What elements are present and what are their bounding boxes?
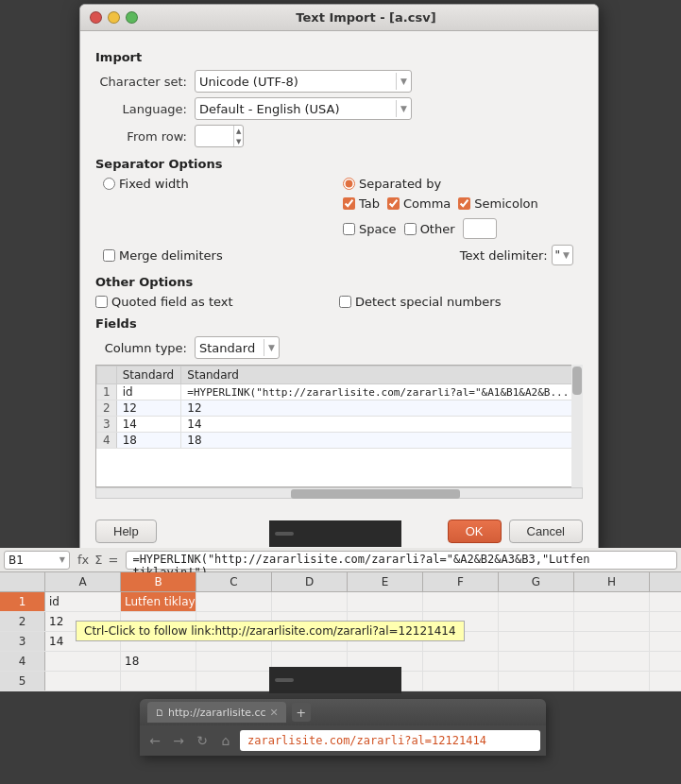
from-row-input[interactable]: 1 (196, 129, 233, 144)
cell-A5[interactable] (45, 672, 121, 690)
cell-G4[interactable] (499, 652, 574, 671)
close-button[interactable] (90, 11, 102, 24)
cell-I2[interactable] (650, 612, 681, 631)
space-check-label[interactable]: Space (343, 222, 397, 236)
separated-by-radio[interactable] (343, 178, 355, 190)
cell-A4[interactable] (45, 652, 121, 671)
dialog-titlebar: Text Import - [a.csv] (80, 5, 598, 31)
cancel-button[interactable]: Cancel (509, 520, 583, 543)
cell-F5[interactable] (423, 672, 499, 690)
browser-tab-label: http://zararlisite.cc (168, 707, 266, 719)
home-icon: ⌂ (222, 733, 230, 748)
sep-checkboxes-area: Tab Comma Semicolon Space (343, 196, 583, 239)
other-check-label[interactable]: Other (404, 222, 455, 236)
sep-checkbox-row: Tab Comma Semicolon Space (103, 196, 583, 239)
cell-H3[interactable] (574, 632, 650, 651)
back-icon: ← (149, 733, 161, 748)
other-char-input[interactable] (463, 218, 497, 239)
cell-G2[interactable] (499, 612, 574, 631)
formula-bar: B1 ▼ fx Σ = =HYPERLINK("http://zararlisi… (0, 548, 681, 572)
cell-H1[interactable] (574, 592, 650, 611)
charset-select[interactable]: Unicode (UTF-8) ▼ (195, 70, 412, 93)
preview-scrollbar-track[interactable] (571, 365, 583, 499)
language-select[interactable]: Default - English (USA) ▼ (195, 97, 412, 120)
comma-check-label[interactable]: Comma (387, 196, 451, 211)
cell-C1[interactable] (196, 592, 272, 611)
cell-G1[interactable] (499, 592, 574, 611)
cell-H4[interactable] (574, 652, 650, 671)
language-row: Language: Default - English (USA) ▼ (95, 97, 583, 120)
col-header-C: C (196, 572, 272, 591)
sep-merge-row: Merge delimiters Text delimiter: " ▼ (103, 245, 583, 265)
quoted-field-label[interactable]: Quoted field as text (95, 295, 233, 309)
cell-C4[interactable] (196, 652, 272, 671)
dialog-title: Text Import - [a.csv] (144, 10, 588, 25)
cell-F1[interactable] (423, 592, 499, 611)
cell-I4[interactable] (650, 652, 681, 671)
minimize-button[interactable] (108, 11, 120, 24)
merge-delimiters-checkbox[interactable] (103, 249, 115, 262)
back-button[interactable]: ← (145, 731, 164, 750)
tab-label: Tab (359, 196, 380, 211)
semicolon-check-label[interactable]: Semicolon (458, 196, 537, 211)
cell-reference-box[interactable]: B1 ▼ (4, 551, 70, 570)
cell-A1[interactable]: id (45, 592, 121, 611)
new-tab-button[interactable]: + (292, 703, 311, 722)
tab-checkbox[interactable] (343, 197, 355, 210)
cell-B1[interactable]: Lutfen tiklayin! (121, 592, 196, 611)
refresh-button[interactable]: ↻ (193, 731, 212, 750)
from-row-spinbox[interactable]: 1 ▲ ▼ (195, 125, 244, 147)
cell-D1[interactable] (272, 592, 348, 611)
forward-button[interactable]: → (169, 731, 188, 750)
cell-G3[interactable] (499, 632, 574, 651)
space-checkbox[interactable] (343, 223, 355, 235)
tab-check-label[interactable]: Tab (343, 196, 380, 211)
url-bar[interactable]: zararlisite.com/zararli?al=12121414 (240, 730, 540, 751)
detect-special-checkbox[interactable] (339, 296, 351, 308)
taskbar-spreadsheet-btn[interactable] (275, 678, 294, 682)
ok-button[interactable]: OK (448, 520, 502, 543)
browser-tab[interactable]: 🗋 http://zararlisite.cc ✕ (147, 702, 286, 723)
help-button[interactable]: Help (95, 520, 157, 543)
cell-I5[interactable] (650, 672, 681, 690)
fixed-width-radio-label[interactable]: Fixed width (103, 177, 343, 191)
cell-B4[interactable]: 18 (121, 652, 196, 671)
fields-label: Fields (95, 316, 583, 331)
formula-input[interactable]: =HYPERLINK("http://zararlisite.com/zarar… (126, 551, 677, 570)
cell-E1[interactable] (348, 592, 423, 611)
preview-col-2-header: Standard (181, 366, 582, 384)
preview-table-wrapper[interactable]: Standard Standard 1 id =HYPERLINK("http:… (95, 365, 583, 487)
taskbar-dialog-btn[interactable] (275, 532, 294, 536)
spinbox-up-icon[interactable]: ▲ (234, 126, 243, 136)
browser-tab-close-icon[interactable]: ✕ (270, 707, 279, 719)
preview-h-scrollbar-thumb[interactable] (291, 489, 461, 499)
preview-table: Standard Standard 1 id =HYPERLINK("http:… (96, 366, 582, 449)
quoted-field-checkbox[interactable] (95, 296, 108, 308)
maximize-button[interactable] (126, 11, 138, 24)
preview-h-scrollbar[interactable] (95, 487, 583, 499)
from-row-label: From row: (95, 129, 195, 144)
cell-G5[interactable] (499, 672, 574, 690)
text-delimiter-select[interactable]: " ▼ (552, 245, 573, 265)
cell-I3[interactable] (650, 632, 681, 651)
cell-H5[interactable] (574, 672, 650, 690)
cell-F4[interactable] (423, 652, 499, 671)
cell-B5[interactable] (121, 672, 196, 690)
separated-by-radio-label[interactable]: Separated by (343, 177, 441, 191)
preview-col-num (97, 366, 117, 384)
merge-delimiters-label[interactable]: Merge delimiters (103, 248, 223, 263)
column-type-select[interactable]: Standard ▼ (195, 336, 280, 359)
detect-special-label[interactable]: Detect special numbers (339, 295, 501, 309)
formula-icons: fx Σ = (74, 553, 122, 567)
other-checkbox[interactable] (404, 223, 417, 235)
cell-H2[interactable] (574, 612, 650, 631)
cell-I1[interactable] (650, 592, 681, 611)
cell-C5[interactable] (196, 672, 272, 690)
comma-checkbox[interactable] (387, 197, 400, 210)
spinbox-down-icon[interactable]: ▼ (234, 136, 243, 146)
preview-scrollbar-thumb[interactable] (572, 366, 582, 395)
home-button[interactable]: ⌂ (216, 731, 235, 750)
fixed-width-radio[interactable] (103, 178, 115, 190)
other-options-label: Other Options (95, 275, 583, 289)
semicolon-checkbox[interactable] (458, 197, 470, 210)
